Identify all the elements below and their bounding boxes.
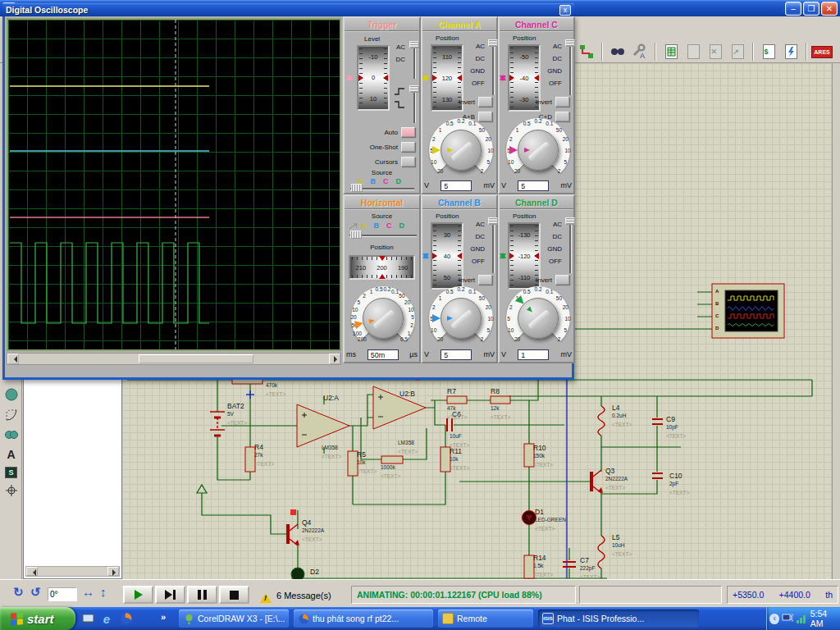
knob-scale-label: 0.2 xyxy=(457,118,464,124)
timebase-value[interactable]: 50m xyxy=(368,349,399,360)
hidden-icons-chevron-icon[interactable]: ‹ xyxy=(769,614,779,624)
knob-scale-label: 5 xyxy=(486,326,490,332)
knob-scale-label: 2 xyxy=(558,168,561,174)
flip-vertical-icon[interactable]: ↕ xyxy=(100,585,107,599)
auto-button[interactable] xyxy=(401,127,415,137)
channel-b-gain-value[interactable]: 5 xyxy=(441,349,472,360)
channel-c-gain-value[interactable]: 5 xyxy=(518,180,549,191)
task-button-remote[interactable]: Remote xyxy=(438,609,533,628)
marker-tool-icon[interactable] xyxy=(2,482,20,499)
new-sheet-icon[interactable] xyxy=(683,42,703,62)
object-selector-scrollbar[interactable] xyxy=(25,566,120,577)
rotate-clockwise-icon[interactable]: ↻ xyxy=(13,585,24,600)
maximize-button[interactable]: ❐ xyxy=(803,2,819,16)
task-button-isis[interactable]: ISIS Phat - ISIS Professio... xyxy=(538,609,699,628)
rotation-angle-input[interactable] xyxy=(48,587,77,601)
position-adjust-arrows-icon[interactable] xyxy=(500,249,507,262)
channel-b-gain-knob[interactable]: 20105210.50.20.150201052 xyxy=(426,283,496,354)
wire-autorouter-icon[interactable] xyxy=(577,42,596,62)
scrollbar-thumb[interactable] xyxy=(139,354,253,363)
knob-pointer-icon[interactable] xyxy=(354,319,364,329)
one-shot-button[interactable] xyxy=(401,142,415,152)
channel-d-gain-knob[interactable]: 20105210.50.20.150201052 xyxy=(503,283,573,354)
arc-tool-icon[interactable] xyxy=(2,406,20,423)
timebase-knob[interactable]: 2001005020105210.50.20.15020105210.5 xyxy=(348,283,418,354)
channel-c-invert-button[interactable] xyxy=(555,97,569,107)
knob-scale-label: 1 xyxy=(439,126,442,132)
channel-b-coupling-slider[interactable] xyxy=(488,217,498,273)
goto-sheet-icon[interactable]: ↗ xyxy=(728,42,747,62)
channel-d-coupling-slider[interactable] xyxy=(565,217,575,273)
flip-horizontal-icon[interactable]: ↔ xyxy=(82,585,94,599)
pause-button[interactable] xyxy=(187,586,217,604)
minimize-button[interactable]: – xyxy=(785,2,801,16)
knob-pointer-icon[interactable] xyxy=(432,146,441,154)
quick-launch-chevron[interactable]: » xyxy=(161,612,166,622)
internet-explorer-icon[interactable]: e xyxy=(99,611,114,626)
channel-a-coupling-slider[interactable] xyxy=(488,39,498,95)
channel-a-gain-value[interactable]: 5 xyxy=(441,180,472,191)
position-adjust-arrows-icon[interactable] xyxy=(500,71,507,84)
scroll-right-arrow-icon[interactable] xyxy=(107,567,119,576)
play-button[interactable] xyxy=(123,586,153,604)
task-button-coreldraw[interactable]: CorelDRAW X3 - [E:\... xyxy=(179,609,289,628)
start-button[interactable]: start xyxy=(0,607,75,630)
search-tag-icon[interactable] xyxy=(608,42,628,62)
canvas-vertical-scrollbar[interactable] xyxy=(832,63,840,579)
knob-scale-label: 10 xyxy=(431,326,436,332)
property-assignment-icon[interactable]: A xyxy=(630,42,650,62)
level-adjust-arrows-icon[interactable] xyxy=(346,71,354,84)
oscilloscope-titlebar[interactable]: Digital Oscilloscope x xyxy=(2,3,574,16)
trigger-coupling-slider[interactable] xyxy=(409,41,419,79)
bill-of-materials-icon[interactable]: $ xyxy=(759,42,778,62)
knob-scale-label: 2 xyxy=(432,136,436,142)
trigger-source-slider[interactable] xyxy=(350,184,414,194)
position-adjust-arrows-icon[interactable] xyxy=(422,249,430,262)
network-status-icon[interactable] xyxy=(782,613,793,624)
signal-strength-icon[interactable] xyxy=(796,614,806,624)
cursors-button[interactable] xyxy=(401,157,415,167)
oscilloscope-screen[interactable] xyxy=(7,18,341,351)
channel-c-gain-knob[interactable]: 20105210.50.20.150201052 xyxy=(503,115,573,185)
symbol-tool-icon[interactable]: S xyxy=(2,463,20,481)
task-button-firefox-page[interactable]: thu phát song rf pt22... xyxy=(294,609,433,628)
horizontal-source-slider[interactable] xyxy=(349,231,417,240)
message-count[interactable]: 6 Message(s) xyxy=(276,591,331,600)
channel-a-gain-knob[interactable]: 20105210.50.20.150201052 xyxy=(426,115,496,185)
scroll-right-arrow-icon[interactable] xyxy=(329,354,340,364)
drum-value: -10 xyxy=(369,53,378,61)
stop-button[interactable] xyxy=(219,586,249,604)
path-tool-icon[interactable] xyxy=(2,426,20,443)
trigger-edge-slider[interactable] xyxy=(409,85,419,123)
firefox-icon[interactable] xyxy=(119,611,134,626)
source-label: Source xyxy=(345,212,419,220)
scope-horizontal-scrollbar[interactable] xyxy=(7,353,341,365)
horizontal-position-drum[interactable]: 210 200 190 xyxy=(349,255,415,280)
ellipse-tool-icon[interactable] xyxy=(2,386,20,403)
oscilloscope-close-icon[interactable]: x xyxy=(559,5,571,16)
channel-a-invert-button[interactable] xyxy=(478,97,492,107)
electrical-rule-check-icon[interactable] xyxy=(781,42,801,62)
knob-pointer-icon[interactable] xyxy=(509,146,518,154)
unit-left: V xyxy=(424,181,429,189)
close-button[interactable]: ✕ xyxy=(821,2,838,16)
trigger-level-drum[interactable]: -10 0 10 xyxy=(357,45,390,111)
rotate-anticlockwise-icon[interactable]: ↺ xyxy=(30,585,41,600)
position-adjust-arrows-icon[interactable] xyxy=(422,71,430,84)
channel-d-gain-value[interactable]: 1 xyxy=(518,349,549,360)
netlist-to-ares-icon[interactable]: ARES xyxy=(812,42,832,62)
step-button[interactable] xyxy=(155,586,185,604)
knob-scale-label: 2 xyxy=(509,304,513,310)
scroll-left-arrow-icon[interactable] xyxy=(7,354,19,364)
channel-c-coupling-slider[interactable] xyxy=(565,39,575,95)
source-channel-letter: D xyxy=(399,221,405,230)
design-explorer-icon[interactable] xyxy=(661,42,681,62)
channel-a-title: Channel A xyxy=(438,20,481,30)
knob-pointer-icon[interactable] xyxy=(432,314,441,322)
trigger-panel-title: Trigger xyxy=(368,20,397,30)
remove-sheet-icon[interactable]: ✕ xyxy=(705,42,725,62)
show-desktop-icon[interactable] xyxy=(80,611,95,626)
scroll-left-arrow-icon[interactable] xyxy=(26,567,38,576)
text-tool-icon[interactable]: A xyxy=(2,445,20,463)
drum-value: -50 xyxy=(520,53,529,61)
